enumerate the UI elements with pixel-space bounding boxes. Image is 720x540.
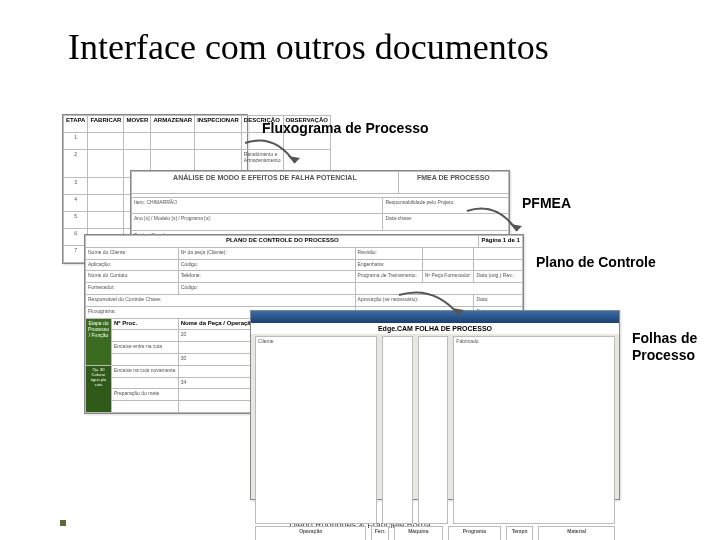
svg-marker-2 bbox=[452, 308, 464, 315]
label-plano: Plano de Controle bbox=[536, 254, 656, 270]
doc-folha: Edge.CAM FOLHA DE PROCESSO ClienteFabric… bbox=[250, 310, 620, 500]
label-fluxograma: Fluxograma de Processo bbox=[262, 120, 429, 136]
label-pfmea: PFMEA bbox=[522, 195, 571, 211]
arrow-icon bbox=[240, 138, 310, 182]
svg-marker-0 bbox=[288, 156, 300, 163]
arrow-icon bbox=[462, 206, 532, 250]
arrow-icon bbox=[394, 290, 474, 334]
slide-title: Interface com outros documentos bbox=[68, 26, 549, 68]
svg-marker-1 bbox=[510, 224, 522, 231]
label-folha: Folhas de Processo bbox=[632, 330, 712, 364]
